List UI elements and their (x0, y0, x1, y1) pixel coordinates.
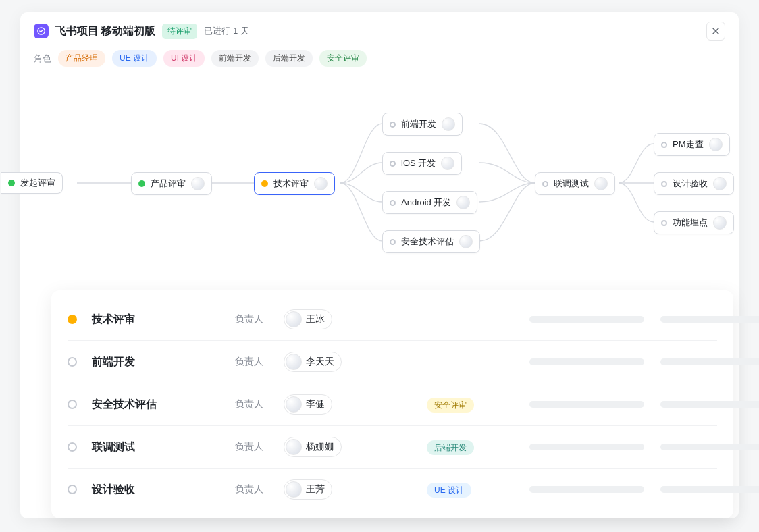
close-button[interactable] (706, 22, 725, 41)
placeholder (529, 401, 759, 408)
avatar (442, 117, 455, 131)
node-label: 联调测试 (554, 178, 589, 190)
detail-row[interactable]: 前端开发 负责人 李天天 (68, 341, 717, 383)
avatar (286, 311, 302, 327)
detail-row[interactable]: 安全技术评估 负责人 李健 安全评审 (68, 383, 717, 426)
details-card: 技术评审 负责人 王冰 前端开发 负责人 李天天 安全技术评估 负责人 李健 安… (51, 290, 733, 518)
flow-node[interactable]: 产品评审 (131, 172, 212, 195)
status-badge: 待评审 (162, 24, 197, 39)
avatar (441, 157, 454, 170)
node-label: 安全技术评估 (401, 236, 454, 248)
avatar (713, 177, 727, 190)
owner-label: 负责人 (235, 356, 276, 368)
flow-canvas[interactable]: 发起评审 产品评审 技术评审 前端开发 iOS 开发 Android 开发 (20, 76, 739, 279)
status-dot-icon (661, 220, 667, 226)
detail-title: 前端开发 (92, 355, 227, 369)
owner-cell[interactable]: 王冰 (284, 309, 419, 329)
roles-label: 角色 (34, 53, 51, 65)
detail-row[interactable]: 联调测试 负责人 杨姗姗 后端开发 (68, 426, 717, 469)
flow-node[interactable]: 联调测试 (535, 172, 615, 195)
owner-cell[interactable]: 李天天 (284, 352, 419, 372)
owner-cell[interactable]: 李健 (284, 394, 419, 415)
role-tag[interactable]: 后端开发 (427, 441, 521, 454)
detail-title: 联调测试 (92, 440, 227, 454)
role-tag[interactable]: 安全评审 (427, 398, 521, 411)
role-chip[interactable]: UE 设计 (112, 50, 157, 67)
node-label: 前端开发 (401, 118, 436, 130)
flow-node[interactable]: Android 开发 (382, 191, 477, 214)
status-dot-icon (390, 239, 396, 245)
roles-row: 角色 产品经理 UE 设计 UI 设计 前端开发 后端开发 安全评审 (20, 47, 739, 76)
avatar (713, 216, 727, 230)
avatar (191, 177, 205, 190)
detail-title: 技术评审 (92, 313, 227, 327)
flow-node[interactable]: 前端开发 (382, 113, 463, 136)
owner-name: 李健 (306, 398, 325, 410)
owner-label: 负责人 (235, 313, 276, 325)
avatar (594, 177, 608, 190)
status-dot-icon (661, 142, 667, 148)
status-dot-icon (261, 180, 268, 187)
avatar (286, 354, 302, 370)
node-label: 设计验收 (673, 178, 708, 190)
status-dot-icon (68, 400, 77, 409)
status-dot-icon (68, 485, 77, 494)
status-dot-icon (68, 357, 77, 367)
detail-row[interactable]: 设计验收 负责人 王芳 UE 设计 (68, 469, 717, 510)
avatar (286, 481, 302, 498)
placeholder (529, 316, 759, 323)
flow-node[interactable]: 功能埋点 (654, 211, 734, 234)
status-dot-icon (68, 315, 77, 324)
status-dot-icon (8, 180, 15, 186)
node-label: PM走查 (673, 138, 704, 151)
owner-name: 李天天 (306, 356, 334, 368)
elapsed-text: 已进行 1 天 (204, 25, 248, 37)
close-icon (712, 27, 720, 35)
status-dot-icon (68, 442, 77, 452)
detail-row[interactable]: 技术评审 负责人 王冰 (68, 298, 717, 341)
status-dot-icon (390, 161, 396, 167)
placeholder (529, 486, 759, 493)
flow-node[interactable]: iOS 开发 (382, 152, 462, 175)
owner-name: 王冰 (306, 313, 325, 325)
avatar (456, 196, 470, 209)
node-label: 功能埋点 (673, 217, 708, 229)
owner-label: 负责人 (235, 398, 276, 410)
owner-name: 杨姗姗 (306, 441, 334, 453)
status-dot-icon (390, 200, 396, 206)
placeholder (529, 444, 759, 450)
owner-name: 王芳 (306, 483, 325, 496)
role-chip[interactable]: 产品经理 (58, 50, 105, 67)
node-label: iOS 开发 (401, 157, 436, 169)
node-label: 发起评审 (20, 177, 55, 189)
role-tag[interactable]: UE 设计 (427, 483, 521, 496)
owner-label: 负责人 (235, 441, 276, 453)
status-dot-icon (138, 180, 145, 187)
placeholder (529, 358, 759, 365)
header-bar: 飞书项目 移动端初版 待评审 已进行 1 天 (20, 12, 739, 47)
page-title: 飞书项目 移动端初版 (55, 24, 155, 38)
flow-links (20, 76, 739, 279)
avatar (286, 439, 302, 455)
status-dot-icon (542, 181, 548, 187)
avatar (314, 177, 328, 190)
flow-node[interactable]: PM走查 (654, 133, 730, 156)
role-chip[interactable]: 后端开发 (265, 50, 313, 67)
flow-node-selected[interactable]: 技术评审 (254, 172, 335, 195)
owner-cell[interactable]: 王芳 (284, 479, 419, 500)
flow-node[interactable]: 设计验收 (654, 172, 734, 195)
node-label: 技术评审 (273, 178, 309, 190)
avatar (709, 138, 723, 151)
avatar (459, 235, 473, 248)
role-chip[interactable]: 前端开发 (211, 50, 259, 67)
owner-cell[interactable]: 杨姗姗 (284, 437, 419, 457)
role-chip[interactable]: 安全评审 (319, 50, 367, 67)
app-icon (34, 24, 49, 38)
owner-label: 负责人 (235, 483, 276, 496)
flow-node[interactable]: 安全技术评估 (382, 230, 480, 253)
role-chip[interactable]: UI 设计 (163, 50, 205, 67)
detail-title: 设计验收 (92, 483, 227, 497)
status-dot-icon (661, 181, 667, 187)
node-label: 产品评审 (151, 178, 186, 190)
flow-node[interactable]: 发起评审 (1, 172, 63, 194)
